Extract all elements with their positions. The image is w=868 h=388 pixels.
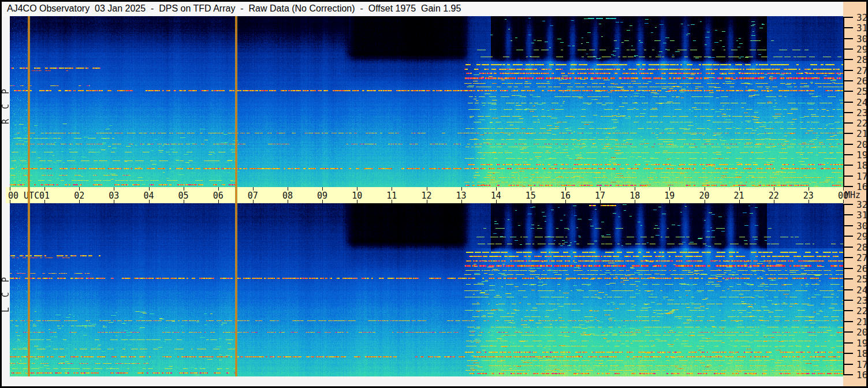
frequency-tick xyxy=(843,17,853,18)
rcp-polarization-label: RCP xyxy=(2,16,10,187)
frequency-label: 27 xyxy=(856,252,867,263)
hour-label: 08 xyxy=(282,191,293,201)
frequency-tick xyxy=(843,278,853,279)
frequency-label: 17 xyxy=(856,359,867,370)
title-bar: AJ4CO Observatory 03 Jan 2025 - DPS on T… xyxy=(2,2,843,16)
frequency-tick xyxy=(843,364,853,365)
hour-label: 04 xyxy=(143,191,154,201)
hour-label: 23 xyxy=(803,191,814,201)
hour-label: 03 xyxy=(109,191,119,201)
hour-label: 02 xyxy=(74,191,84,201)
hour-label: 10 xyxy=(352,191,362,201)
marker-line-2 xyxy=(235,16,237,376)
frequency-label: 31 xyxy=(856,23,867,33)
frequency-tick xyxy=(843,331,853,333)
spectrogram-lcp xyxy=(10,203,843,376)
frequency-label: 22 xyxy=(856,118,867,129)
frequency-tick xyxy=(843,353,853,354)
frequency-label: 31 xyxy=(856,210,867,221)
frequency-scale-baseline-top xyxy=(843,17,844,187)
frequency-label: 26 xyxy=(856,75,867,86)
frequency-tick xyxy=(843,38,853,39)
spectrograph-window: AJ4CO Observatory 03 Jan 2025 - DPS on T… xyxy=(0,0,868,388)
frequency-tick xyxy=(843,321,853,322)
frequency-tick xyxy=(843,48,853,50)
frequency-tick xyxy=(843,310,853,311)
hour-label: 11 xyxy=(386,191,397,201)
frequency-label: 32 xyxy=(856,12,867,23)
lcp-polarization-label: LCP xyxy=(2,203,10,376)
frequency-tick xyxy=(843,154,853,155)
frequency-scale-top: 3231302928272625242322212019181716 xyxy=(843,16,866,187)
frequency-label: 23 xyxy=(856,107,867,118)
frequency-tick xyxy=(843,236,853,237)
frequency-label: 30 xyxy=(856,220,867,231)
frequency-tick xyxy=(843,91,853,92)
frequency-label: 24 xyxy=(856,284,867,295)
frequency-scale-baseline-bottom xyxy=(843,204,844,375)
frequency-label: 30 xyxy=(856,33,867,44)
marker-line-1 xyxy=(28,16,30,376)
frequency-tick xyxy=(843,214,853,215)
hour-label: 20 xyxy=(699,191,709,201)
frequency-tick xyxy=(843,144,853,145)
hour-label: 07 xyxy=(248,191,258,201)
frequency-tick xyxy=(843,133,853,134)
frequency-label: 29 xyxy=(856,231,867,242)
frequency-label: 25 xyxy=(856,86,867,97)
hour-label: 18 xyxy=(629,191,640,201)
hour-label: 01 xyxy=(39,191,50,201)
hour-label: 16 xyxy=(560,191,571,201)
frequency-label: 27 xyxy=(856,65,867,76)
frequency-label: 22 xyxy=(856,305,867,316)
frequency-tick xyxy=(843,176,853,177)
frequency-tick xyxy=(843,102,853,103)
frequency-tick xyxy=(843,165,853,166)
hour-label: 09 xyxy=(317,191,327,201)
title-text: AJ4CO Observatory 03 Jan 2025 - DPS on T… xyxy=(7,3,461,14)
window-inner: AJ4CO Observatory 03 Jan 2025 - DPS on T… xyxy=(2,2,866,386)
frequency-tick xyxy=(843,27,853,28)
frequency-tick xyxy=(843,257,853,258)
frequency-label: 21 xyxy=(856,128,867,139)
hour-label: 12 xyxy=(421,191,431,201)
frequency-label: 24 xyxy=(856,96,867,107)
time-axis: 00 UTC0102030405060708091011121314151617… xyxy=(6,187,843,203)
frequency-tick xyxy=(843,225,853,226)
frequency-scale-bottom: 3231302928272625242322212019181716 xyxy=(843,203,866,376)
frequency-label: 18 xyxy=(856,160,867,171)
frequency-tick xyxy=(843,204,853,205)
hour-label: 06 xyxy=(213,191,223,201)
frequency-tick xyxy=(843,112,853,113)
hour-label: 00 UTC xyxy=(8,191,39,201)
frequency-label: 20 xyxy=(856,327,867,338)
frequency-label: 32 xyxy=(856,199,867,210)
spectrogram-rcp xyxy=(10,16,843,187)
frequency-label: 28 xyxy=(856,241,867,252)
frequency-tick xyxy=(843,70,853,71)
frequency-tick xyxy=(843,268,853,269)
frequency-label: 16 xyxy=(856,370,867,380)
frequency-label: 26 xyxy=(856,263,867,274)
frequency-label: 19 xyxy=(856,150,867,161)
frequency-tick xyxy=(843,122,853,124)
mhz-unit-label: MHz xyxy=(845,190,860,200)
hour-label: 05 xyxy=(178,191,189,201)
frequency-label: 23 xyxy=(856,294,867,305)
hour-label: 17 xyxy=(595,191,605,201)
frequency-label: 29 xyxy=(856,43,867,54)
frequency-tick xyxy=(843,342,853,344)
frequency-tick xyxy=(843,80,853,81)
hour-label: 13 xyxy=(456,191,467,201)
frequency-tick xyxy=(843,247,853,248)
frequency-tick xyxy=(843,300,853,301)
frequency-label: 18 xyxy=(856,348,867,359)
frequency-label: 28 xyxy=(856,54,867,65)
hour-label: 19 xyxy=(664,191,675,201)
frequency-label: 21 xyxy=(856,316,867,327)
frequency-tick xyxy=(843,374,853,375)
frequency-label: 20 xyxy=(856,139,867,150)
frequency-label: 17 xyxy=(856,170,867,181)
hour-label: 22 xyxy=(769,191,779,201)
hour-label: 15 xyxy=(526,191,536,201)
